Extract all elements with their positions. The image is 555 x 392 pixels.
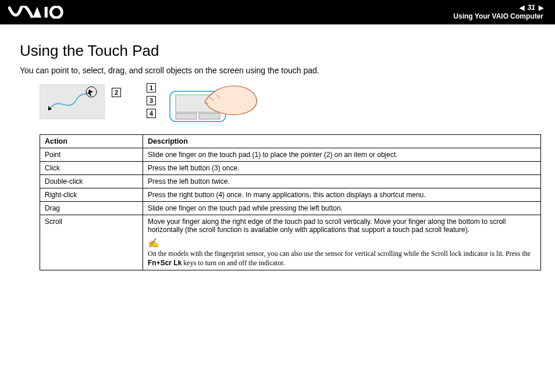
cell-desc: Press the left button twice. bbox=[143, 175, 541, 188]
intro-text: You can point to, select, drag, and scro… bbox=[20, 66, 535, 75]
cell-action: Scroll bbox=[40, 215, 143, 270]
note-bold: Fn+Scr Lk bbox=[148, 259, 182, 267]
vaio-logo bbox=[8, 6, 64, 19]
nav-prev-icon[interactable]: ◀ bbox=[520, 5, 524, 11]
table-row: Double-click Press the left button twice… bbox=[40, 175, 541, 188]
header-subtitle: Using Your VAIO Computer bbox=[453, 12, 543, 20]
table-row: Right-click Press the right button (4) o… bbox=[40, 188, 541, 202]
svg-rect-0 bbox=[45, 7, 48, 17]
callout-1: 1 bbox=[147, 83, 156, 92]
page-nav: ◀ 31 ▶ bbox=[453, 4, 543, 11]
cell-action: Click bbox=[40, 162, 143, 175]
table-row: Point Slide one finger on the touch pad … bbox=[40, 148, 541, 162]
svg-marker-4 bbox=[88, 90, 93, 96]
callout-4: 4 bbox=[147, 109, 156, 118]
svg-rect-8 bbox=[199, 113, 220, 119]
cell-desc: Press the left button (3) once. bbox=[143, 162, 541, 175]
page-title: Using the Touch Pad bbox=[20, 42, 535, 60]
actions-table: Action Description Point Slide one finge… bbox=[40, 134, 541, 270]
nav-next-icon[interactable]: ▶ bbox=[539, 5, 543, 11]
cell-action: Point bbox=[40, 148, 143, 162]
callout-3: 3 bbox=[147, 96, 156, 105]
table-row-scroll: Scroll Move your finger along the right … bbox=[40, 215, 541, 270]
illustration-row: 2 1 3 4 bbox=[40, 84, 535, 125]
content-area: Using the Touch Pad You can point to, se… bbox=[0, 24, 555, 270]
cell-desc: Press the right button (4) once. In many… bbox=[143, 188, 541, 202]
svg-point-1 bbox=[51, 6, 62, 17]
table-header-row: Action Description bbox=[40, 135, 541, 148]
cell-desc: Slide one finger on the touch pad (1) to… bbox=[143, 148, 541, 162]
header-right: ◀ 31 ▶ Using Your VAIO Computer bbox=[453, 4, 543, 20]
table-row: Click Press the left button (3) once. bbox=[40, 162, 541, 175]
note-pre: On the models with the fingerprint senso… bbox=[148, 250, 531, 258]
scroll-note: On the models with the fingerprint senso… bbox=[148, 249, 536, 268]
col-description: Description bbox=[143, 135, 541, 148]
page-number: 31 bbox=[528, 4, 535, 11]
col-action: Action bbox=[40, 135, 143, 148]
table-row: Drag Slide one finger on the touch pad w… bbox=[40, 202, 541, 215]
scroll-desc: Move your finger along the right edge of… bbox=[148, 218, 536, 234]
touchpad-illustration bbox=[163, 84, 250, 125]
svg-rect-7 bbox=[176, 113, 197, 119]
cell-action: Drag bbox=[40, 202, 143, 215]
cell-action: Double-click bbox=[40, 175, 143, 188]
cell-action: Right-click bbox=[40, 188, 143, 202]
cell-desc: Slide one finger on the touch pad while … bbox=[143, 202, 541, 215]
note-post: keys to turn on and off the indicator. bbox=[182, 259, 284, 267]
callout-stack: 1 3 4 bbox=[147, 83, 156, 118]
pointer-illustration bbox=[40, 84, 105, 119]
note-icon: ✍ bbox=[148, 238, 536, 248]
callout-2: 2 bbox=[112, 88, 121, 97]
header-bar: ◀ 31 ▶ Using Your VAIO Computer bbox=[0, 0, 555, 24]
cell-desc-scroll: Move your finger along the right edge of… bbox=[143, 215, 541, 270]
